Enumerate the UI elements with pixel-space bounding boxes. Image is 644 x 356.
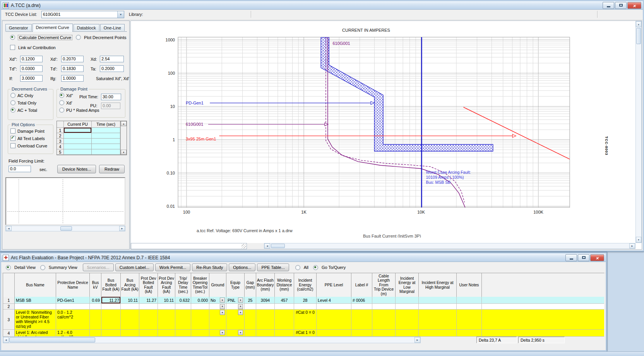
cell-pd_bolted[interactable]	[139, 310, 158, 330]
cell-num[interactable]: 2	[3, 304, 15, 310]
calculate-decrement-label[interactable]: Calculate Decrement Curve	[18, 35, 72, 40]
field-forcing-input[interactable]: 0.0	[9, 166, 31, 172]
points-cell[interactable]	[92, 144, 120, 149]
cell-equip[interactable]	[226, 330, 245, 337]
curve-label-3x95-25m-gen1[interactable]: 3x95 25m Gen1	[186, 137, 216, 141]
cell-bus[interactable]: MSB SB	[15, 297, 56, 304]
cell-ie_low[interactable]	[396, 297, 419, 304]
damage-xd-radio[interactable]	[59, 93, 64, 98]
cell-ppe[interactable]	[317, 330, 351, 337]
cell-ie_high[interactable]	[419, 297, 457, 304]
param-input-xd[interactable]: 0.1200	[20, 56, 43, 62]
cell-cable_len[interactable]	[372, 330, 396, 337]
cell-trip[interactable]	[175, 304, 191, 310]
cell-pd_bolted[interactable]	[139, 330, 158, 337]
points-cell[interactable]	[92, 139, 120, 144]
points-vscrollbar[interactable]	[120, 121, 127, 155]
scroll-left-icon[interactable]	[6, 226, 12, 231]
all-radio[interactable]	[295, 265, 300, 270]
curve-label-610g001[interactable]: 610G001	[186, 122, 203, 127]
resize-grip-icon[interactable]	[242, 244, 246, 248]
options-button[interactable]: Options...	[229, 264, 255, 271]
cell-pd_arcing[interactable]	[158, 310, 175, 330]
device-band-curve[interactable]	[321, 37, 493, 151]
cell-label[interactable]: # 0006	[351, 297, 372, 304]
tab-generator[interactable]: Generator	[5, 24, 32, 31]
cell-afb[interactable]	[256, 304, 275, 310]
damage-pu-rated-amps-radio[interactable]	[59, 108, 64, 113]
preview-hscrollbar[interactable]	[5, 226, 125, 231]
param-input-td[interactable]: 0.1830	[61, 65, 84, 72]
go-to-query-radio[interactable]	[313, 265, 318, 270]
cell-ie_low[interactable]	[396, 304, 419, 310]
decrement-ac-only-radio[interactable]	[10, 93, 15, 98]
cell-ppe[interactable]: Level 4	[317, 297, 351, 304]
plot-time-input[interactable]: 30.00	[101, 94, 121, 100]
cell-cable_len[interactable]	[372, 297, 396, 304]
param-input-ifg[interactable]: 1.0000	[61, 75, 84, 82]
chart-vscrollbar[interactable]	[635, 21, 642, 243]
cell-num[interactable]: 4	[3, 330, 15, 337]
tab-datablock[interactable]: Datablock	[74, 24, 99, 31]
chevron-down-icon[interactable]	[117, 11, 124, 18]
points-cell[interactable]	[92, 128, 120, 133]
decrement-total-only-label[interactable]: Total Only	[17, 101, 36, 105]
scroll-thumb[interactable]	[9, 337, 95, 342]
cell-equip[interactable]	[226, 310, 245, 330]
cell-ground[interactable]: No	[209, 297, 226, 304]
points-cell[interactable]	[64, 149, 92, 155]
cell-bus_arcing[interactable]	[121, 330, 139, 337]
cell-afb[interactable]	[256, 310, 275, 330]
all-text-labels-checkbox[interactable]	[10, 136, 15, 141]
cell-ie_low[interactable]	[396, 330, 419, 337]
decrement-ac-total-radio[interactable]	[10, 108, 15, 113]
cell-bus_bolted[interactable]	[101, 304, 121, 310]
cell-wd[interactable]	[275, 304, 294, 310]
cell-ppe[interactable]	[317, 310, 351, 330]
cell-ground[interactable]	[209, 330, 226, 337]
damage-point-checkbox[interactable]	[10, 128, 15, 134]
minimize-button[interactable]	[565, 254, 577, 261]
tcc-titlebar[interactable]: A.TCC (a.drw)	[1, 1, 643, 10]
plot-decrement-points-radio[interactable]	[76, 35, 81, 40]
cell-wd[interactable]	[275, 310, 294, 330]
points-cell[interactable]	[92, 133, 120, 139]
scroll-right-icon[interactable]	[414, 337, 420, 343]
cell-pd_bolted[interactable]: 11.27	[139, 297, 158, 304]
calculate-decrement-radio[interactable]	[10, 35, 15, 40]
cell-kv[interactable]	[90, 330, 101, 337]
cell-bus[interactable]	[15, 304, 56, 310]
cell-trip[interactable]: 0.632	[175, 297, 191, 304]
cell-gap[interactable]	[245, 304, 256, 310]
cell-ground[interactable]	[209, 304, 226, 310]
cell-device[interactable]: PD-Gen1	[56, 297, 90, 304]
damage-xd-label[interactable]: Xd"	[66, 93, 73, 98]
cell-ppe[interactable]	[317, 304, 351, 310]
close-button[interactable]	[590, 254, 604, 261]
chart-hscrollbar[interactable]	[264, 243, 635, 249]
cell-afb[interactable]	[256, 330, 275, 337]
cell-notes[interactable]	[457, 304, 482, 310]
cell-ie[interactable]: #Cat 0 = 0	[294, 310, 317, 330]
cell-pd_bolted[interactable]	[139, 304, 158, 310]
cell-wd[interactable]: 457	[275, 297, 294, 304]
dropdown-button[interactable]	[220, 310, 225, 315]
cell-bus[interactable]: Level 1: Arc-rated shirt & pants or	[15, 330, 56, 337]
dropdown-button[interactable]	[238, 298, 243, 303]
cell-device[interactable]: 0.0 - 1.2 cal/cm^2	[56, 310, 90, 330]
points-cell[interactable]	[64, 133, 92, 139]
scroll-right-icon[interactable]	[629, 243, 635, 248]
cell-kv[interactable]	[90, 310, 101, 330]
cell-bus_bolted[interactable]: 11.27	[101, 297, 121, 304]
link-contribution-checkbox[interactable]	[10, 45, 15, 50]
cell-notes[interactable]	[457, 297, 482, 304]
cell-bus_bolted[interactable]	[101, 330, 121, 337]
tab-one-line[interactable]: One-Line	[100, 24, 125, 31]
cell-notes[interactable]	[457, 330, 482, 337]
decrement-ac-total-label[interactable]: AC + Total	[17, 108, 37, 113]
scroll-left-icon[interactable]	[3, 337, 9, 343]
scroll-down-icon[interactable]	[121, 150, 127, 155]
restore-button[interactable]	[578, 254, 589, 261]
cell-label[interactable]	[351, 330, 372, 337]
device-notes-button[interactable]: Device Notes...	[57, 165, 96, 173]
